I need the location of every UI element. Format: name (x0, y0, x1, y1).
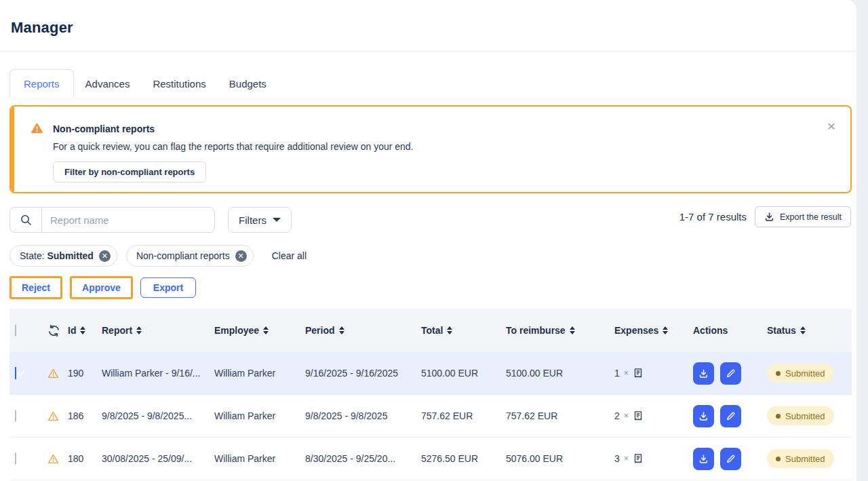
edit-report-button[interactable] (720, 405, 741, 427)
receipt-icon (633, 410, 644, 421)
approve-button[interactable]: Approve (70, 276, 133, 299)
report-reimburse: 757.62 EUR (506, 410, 614, 421)
reject-button[interactable]: Reject (9, 276, 62, 299)
column-header-period[interactable]: Period (305, 325, 421, 336)
report-id: 186 (68, 410, 102, 421)
edit-report-button[interactable] (720, 448, 741, 470)
column-header-reimburse[interactable]: To reimburse (506, 325, 614, 336)
report-reimburse: 5076.00 EUR (506, 453, 614, 464)
status-cell: Submitted (767, 406, 852, 425)
row-checkbox[interactable] (15, 453, 16, 465)
download-report-button[interactable] (693, 362, 714, 385)
download-report-button[interactable] (693, 448, 714, 470)
column-header-report[interactable]: Report (102, 325, 214, 336)
table-row[interactable]: 190 William Parker - 9/16/... William Pa… (9, 352, 852, 395)
employee-name: William Parker (214, 368, 305, 379)
refresh-icon[interactable] (47, 324, 68, 337)
receipt-icon (633, 453, 644, 464)
sort-icon (263, 326, 269, 334)
report-period: 9/8/2025 - 9/8/2025 (305, 410, 421, 421)
column-header-status[interactable]: Status (767, 325, 852, 336)
pencil-icon (726, 411, 736, 421)
column-header-expenses[interactable]: Expenses (614, 325, 693, 336)
employee-name: William Parker (214, 453, 305, 464)
sort-icon (570, 326, 575, 334)
employee-name: William Parker (214, 410, 305, 421)
tab-reports[interactable]: Reports (9, 69, 74, 98)
expenses-count: 1 (614, 368, 620, 379)
search-icon[interactable] (10, 208, 42, 232)
table-body: 190 William Parker - 9/16/... William Pa… (9, 352, 852, 480)
chip-label: State: Submitted (20, 250, 94, 261)
non-compliant-banner: Non-compliant reports For a quick review… (9, 105, 852, 193)
report-total: 5100.00 EUR (421, 368, 506, 379)
row-checkbox[interactable] (15, 410, 16, 422)
chip-label: Non-compliant reports (136, 250, 230, 261)
column-header-id[interactable]: Id (68, 325, 102, 336)
tab-budgets[interactable]: Budgets (218, 69, 278, 98)
tab-bar: ReportsAdvancesRestitutionsBudgets (9, 69, 278, 98)
bulk-actions-row: RejectApproveExport (9, 276, 196, 299)
column-header-total[interactable]: Total (421, 325, 506, 336)
report-name: 9/8/2025 - 9/8/2025... (102, 410, 214, 421)
sort-icon (339, 326, 344, 334)
download-report-button[interactable] (693, 405, 714, 427)
report-id: 190 (68, 368, 102, 379)
report-period: 9/16/2025 - 9/16/2025 (305, 368, 421, 379)
sort-icon (136, 326, 142, 334)
download-icon (764, 212, 774, 222)
filter-non-compliant-button[interactable]: Filter by non-compliant reports (53, 161, 206, 182)
receipt-icon (633, 368, 644, 379)
export-result-label: Export the result (780, 212, 842, 222)
search-box (9, 207, 215, 233)
clear-all-link[interactable]: Clear all (272, 250, 307, 261)
table-row[interactable]: 180 30/08/2025 - 25/09/... William Parke… (9, 438, 852, 480)
warning-icon (47, 410, 68, 422)
row-checkbox[interactable] (15, 367, 16, 379)
search-input[interactable] (42, 208, 214, 232)
edit-report-button[interactable] (720, 362, 741, 385)
reports-table: IdReportEmployeePeriodTotalTo reimburseE… (9, 309, 852, 480)
page-header: Manager (0, 0, 856, 52)
status-label: Submitted (785, 454, 825, 464)
export-result-button[interactable]: Export the result (755, 206, 851, 227)
status-label: Submitted (785, 411, 825, 421)
download-icon (698, 368, 709, 379)
status-dot-icon (776, 457, 781, 461)
status-dot-icon (776, 414, 781, 419)
sort-icon (800, 326, 806, 334)
chevron-down-icon (273, 218, 281, 222)
table-row[interactable]: 186 9/8/2025 - 9/8/2025... William Parke… (9, 395, 852, 438)
status-label: Submitted (785, 368, 825, 379)
export-button[interactable]: Export (140, 277, 196, 298)
actions-cell (693, 448, 767, 470)
filters-button[interactable]: Filters (228, 207, 292, 233)
report-total: 5276.50 EUR (421, 453, 506, 464)
report-reimburse: 5100.00 EUR (506, 368, 614, 379)
status-dot-icon (776, 371, 781, 376)
tab-advances[interactable]: Advances (74, 69, 142, 98)
expenses-count: 2 (614, 410, 620, 421)
expenses-cell: 3 × (614, 453, 693, 464)
chip-remove-icon[interactable]: ✕ (235, 250, 247, 262)
column-header-actions: Actions (693, 325, 767, 336)
chip-remove-icon[interactable]: ✕ (99, 250, 111, 262)
warning-icon (47, 368, 68, 379)
report-period: 8/30/2025 - 9/25/20... (305, 453, 421, 464)
download-icon (698, 411, 709, 421)
tab-restitutions[interactable]: Restitutions (141, 69, 217, 98)
column-header-employee[interactable]: Employee (214, 325, 305, 336)
report-name: 30/08/2025 - 25/09/... (102, 453, 214, 464)
active-filter-chips: State: Submitted✕Non-compliant reports✕C… (9, 245, 307, 267)
status-badge: Submitted (767, 364, 834, 383)
select-all-checkbox[interactable] (15, 324, 16, 336)
close-icon[interactable]: × (827, 119, 835, 133)
expenses-cell: 2 × (614, 410, 693, 421)
banner-title: Non-compliant reports (53, 123, 155, 134)
filter-chip: State: Submitted✕ (9, 245, 117, 267)
table-header: IdReportEmployeePeriodTotalTo reimburseE… (9, 309, 852, 352)
page-title: Manager (11, 19, 73, 37)
status-badge: Submitted (767, 449, 834, 468)
status-cell: Submitted (767, 364, 852, 383)
results-count: 1-7 of 7 results (679, 211, 747, 223)
